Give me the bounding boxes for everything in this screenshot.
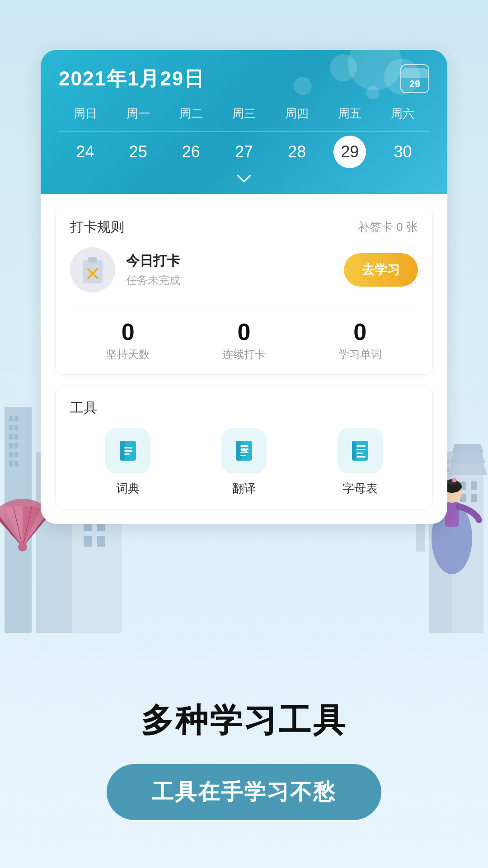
svg-marker-57: [452, 444, 483, 453]
calendar-icon[interactable]: 29: [400, 64, 429, 93]
tools-card: 工具 词典: [55, 386, 433, 509]
date-28[interactable]: 28: [271, 139, 324, 165]
checkin-text-wrap: 今日打卡 任务未完成: [126, 252, 180, 288]
svg-rect-80: [240, 448, 249, 450]
svg-rect-86: [357, 449, 366, 450]
svg-rect-81: [240, 452, 249, 453]
tools-row: 词典 翻译: [70, 428, 418, 496]
svg-rect-82: [240, 455, 246, 456]
main-card: 2021年1月29日 29 周日 周一 周二 周三 周四 周五 周六 24 25…: [41, 50, 447, 524]
svg-rect-10: [14, 452, 18, 458]
svg-marker-55: [448, 463, 487, 475]
tool-dictionary-label: 词典: [116, 481, 140, 496]
svg-rect-32: [97, 536, 105, 547]
stat-persist-num: 0: [122, 320, 135, 344]
svg-rect-3: [9, 425, 13, 430]
bottom-title: 多种学习工具: [141, 699, 347, 742]
tool-alphabet-label: 字母表: [343, 481, 378, 496]
bottom-cta-button[interactable]: 工具在手学习不愁: [107, 764, 381, 820]
svg-marker-56: [450, 453, 485, 463]
date-29-active[interactable]: 29: [324, 139, 376, 165]
stat-persist: 0 坚持天数: [70, 320, 186, 362]
svg-rect-79: [240, 445, 249, 447]
date-row: 24 25 26 27 28 29 30: [59, 139, 429, 165]
stat-streak-label: 连续打卡: [222, 347, 266, 362]
checkin-card: 打卡规则 补签卡 0 张 今日打卡 任务未完成: [55, 205, 433, 375]
svg-point-33: [18, 542, 27, 552]
dictionary-icon-wrap: [105, 428, 150, 473]
stat-words-num: 0: [353, 320, 366, 344]
svg-rect-87: [357, 453, 363, 454]
tools-card-title: 工具: [70, 399, 97, 417]
dictionary-icon: [116, 439, 140, 462]
date-26[interactable]: 26: [164, 139, 217, 165]
calendar-divider: [59, 131, 429, 132]
svg-rect-31: [84, 536, 92, 547]
svg-rect-61: [471, 494, 477, 502]
svg-rect-84: [352, 441, 356, 461]
checkin-today-subtitle: 任务未完成: [126, 273, 180, 288]
date-24[interactable]: 24: [59, 139, 112, 165]
svg-rect-68: [83, 260, 103, 283]
checkin-left: 今日打卡 任务未完成: [70, 247, 180, 292]
calendar-icon-top: [401, 68, 428, 78]
svg-rect-6: [14, 434, 18, 439]
stat-streak-num: 0: [238, 320, 251, 344]
alphabet-icon: [348, 439, 372, 462]
svg-rect-4: [14, 425, 18, 430]
stats-row: 0 坚持天数 0 连续打卡 0 学习单词: [70, 307, 418, 362]
stat-words-label: 学习单词: [338, 347, 382, 362]
translate-icon: [232, 439, 256, 462]
svg-rect-76: [124, 453, 130, 455]
svg-rect-85: [357, 445, 366, 447]
svg-rect-2: [14, 416, 18, 421]
stat-words: 0 学习单词: [302, 320, 418, 362]
weekday-tue: 周二: [164, 104, 217, 123]
weekday-sun: 周日: [59, 104, 112, 123]
svg-point-67: [452, 478, 456, 482]
svg-rect-88: [357, 456, 366, 458]
alphabet-icon-wrap: [338, 428, 383, 473]
checkin-card-title: 打卡规则: [70, 218, 124, 236]
svg-rect-7: [9, 443, 13, 448]
date-25[interactable]: 25: [112, 139, 164, 165]
svg-rect-5: [9, 434, 13, 439]
date-30[interactable]: 30: [376, 139, 429, 165]
svg-rect-8: [14, 443, 18, 448]
chevron-down-icon: [236, 174, 252, 184]
calendar-icon-num: 29: [409, 78, 420, 89]
calendar-header: 2021年1月29日 29 周日 周一 周二 周三 周四 周五 周六 24 25…: [41, 50, 447, 194]
svg-rect-78: [236, 441, 241, 461]
translate-icon-wrap: [221, 428, 267, 473]
svg-rect-11: [9, 461, 13, 467]
checkin-card-header: 打卡规则 补签卡 0 张: [70, 218, 418, 236]
tool-translate-label: 翻译: [232, 481, 256, 496]
tool-dictionary[interactable]: 词典: [70, 428, 186, 496]
tools-card-header: 工具: [70, 399, 418, 417]
expand-arrow[interactable]: [59, 169, 429, 194]
weekday-thu: 周四: [271, 104, 324, 123]
tool-translate[interactable]: 翻译: [186, 428, 302, 496]
svg-rect-9: [9, 452, 13, 458]
weekday-sat: 周六: [376, 104, 429, 123]
svg-rect-12: [14, 461, 18, 467]
checkin-today-title: 今日打卡: [126, 252, 180, 270]
date-27[interactable]: 27: [217, 139, 270, 165]
weekday-mon: 周一: [112, 104, 164, 123]
svg-rect-74: [124, 447, 132, 448]
date-title: 2021年1月29日: [59, 66, 205, 92]
bottom-section: 多种学习工具 工具在手学习不愁: [0, 651, 488, 868]
svg-rect-75: [124, 450, 132, 452]
study-button[interactable]: 去学习: [344, 253, 418, 287]
checkin-icon-wrap: [70, 247, 115, 292]
weekday-wed: 周三: [217, 104, 270, 123]
svg-rect-59: [471, 481, 477, 490]
checkin-clipboard-icon: [79, 255, 106, 284]
tool-alphabet[interactable]: 字母表: [302, 428, 418, 496]
svg-rect-1: [9, 416, 13, 421]
svg-rect-69: [88, 257, 97, 263]
calendar-header-top: 2021年1月29日 29: [59, 64, 429, 93]
stat-streak: 0 连续打卡: [186, 320, 302, 362]
weekday-row: 周日 周一 周二 周三 周四 周五 周六: [59, 104, 429, 123]
checkin-card-badge: 补签卡 0 张: [358, 219, 418, 235]
